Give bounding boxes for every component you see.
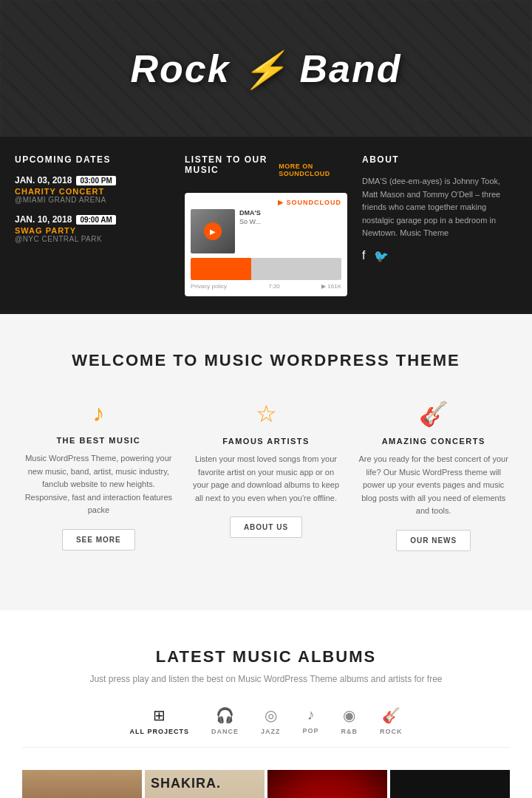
twitter-icon[interactable]: 🐦 [374,249,389,263]
event-date-row-2: JAN. 10, 2018 09:00 AM [15,214,170,225]
sc-artist: DMA'S [239,209,341,216]
pop-icon: ♪ [307,706,314,723]
filter-tab-dance-label: DANCE [211,728,239,735]
event-date-1: JAN. 03, 2018 [15,175,72,185]
album-card-run[interactable]: RUNBOYRUN ✕ [390,770,510,798]
filter-tab-pop[interactable]: ♪ POP [302,706,318,735]
dance-icon: 🎧 [216,706,234,724]
shakira-title-text: SHAKIRA. [151,776,221,791]
lightning-icon: ⚡ [242,50,299,89]
about-col: ABOUT DMA'S (dee-em-ayes) is Johnny Took… [362,154,517,296]
event-name-1: CHARITY CONCERT [15,187,170,196]
feature-title-concerts: AMAZING CONCERTS [382,437,485,446]
sc-header: ▶ SOUNDCLOUD [191,199,341,206]
filter-tab-dance[interactable]: 🎧 DANCE [211,706,239,735]
about-us-button[interactable]: ABOUT US [230,516,302,538]
jazz-icon: ◎ [265,706,277,724]
feature-text-artists: Listen your most loved songs from your f… [190,453,343,505]
all-projects-icon: ⊞ [153,706,166,724]
albums-subtitle: Just press play and listen the best on M… [22,674,510,684]
event-time-badge-2: 09:00 AM [76,215,116,225]
run-design: RUNBOYRUN ✕ [390,770,510,798]
event-item-1: JAN. 03, 2018 03:00 PM CHARITY CONCERT @… [15,175,170,204]
more-soundcloud-link[interactable]: MORE ON SOUNDCLOUD [279,163,347,177]
filter-tab-all[interactable]: ⊞ ALL PROJECTS [130,706,189,735]
album-card-adele[interactable]: ADELE 25 [22,770,142,798]
sc-content: ▶ DMA'S So W... [191,209,341,253]
filter-tab-pop-label: POP [302,727,318,734]
filter-tab-jazz[interactable]: ◎ JAZZ [261,706,281,735]
soundcloud-embed: ▶ SOUNDCLOUD ▶ DMA'S So W... Privacy pol… [185,193,347,296]
filter-tab-jazz-label: JAZZ [261,728,281,735]
sc-play-button[interactable]: ▶ [204,222,222,240]
sc-duration: 7:20 [268,283,280,290]
welcome-title: WELCOME TO MUSIC WORDPRESS THEME [22,351,510,370]
event-venue-2: @NYC CENTRAL PARK [15,235,170,243]
hero-title: Rock ⚡ Band [131,47,402,91]
feature-title-music: THE BEST MUSIC [56,436,140,445]
v-design: V [267,770,387,798]
album-card-shakira[interactable]: SHAKIRA. [145,770,265,798]
feature-text-music: Music WordPress Theme, powering your new… [22,452,175,517]
sc-plays: ▶ 161K [321,283,341,290]
event-time-badge-1: 03:00 PM [76,176,115,185]
event-date-2: JAN. 10, 2018 [15,214,72,225]
info-row: UPCOMING DATES JAN. 03, 2018 03:00 PM CH… [0,137,532,314]
albums-section: LATEST MUSIC ALBUMS Just press play and … [0,610,532,798]
our-news-button[interactable]: OUR NEWS [396,530,471,551]
filter-tab-all-label: ALL PROJECTS [130,728,189,735]
filter-tab-rnb-label: R&B [341,728,358,735]
welcome-section: WELCOME TO MUSIC WORDPRESS THEME ♪ THE B… [0,314,532,610]
album-grid: ADELE 25 SHAKIRA. V RUNBOYRUN ✕ [22,770,510,798]
feature-text-concerts: Are you ready for the best concert of yo… [357,453,510,518]
about-text: DMA'S (dee-em-ayes) is Johnny Took, Matt… [362,175,517,240]
rock-icon: 🎸 [382,706,400,724]
sc-footer: Privacy policy 7:20 ▶ 161K [191,283,341,290]
sc-track: So W... [239,218,341,225]
event-item-2: JAN. 10, 2018 09:00 AM SWAG PARTY @NYC C… [15,214,170,243]
feature-title-artists: FAMOUS ARTISTS [222,437,310,446]
see-more-button[interactable]: SEE MORE [62,529,135,550]
sc-waveform-bars [191,258,341,280]
about-title: ABOUT [362,154,517,165]
features-row: ♪ THE BEST MUSIC Music WordPress Theme, … [22,400,510,551]
sc-waveform[interactable] [191,258,341,280]
sc-privacy: Privacy policy [191,283,227,290]
social-icons: f 🐦 [362,249,517,263]
soundcloud-logo: ▶ SOUNDCLOUD [278,199,341,206]
star-icon: ☆ [256,400,277,428]
guitar-icon: 🎸 [419,400,449,428]
rnb-icon: ◉ [343,706,355,724]
album-card-v[interactable]: V [267,770,387,798]
feature-col-music: ♪ THE BEST MUSIC Music WordPress Theme, … [22,400,175,551]
hero-section: Rock ⚡ Band [0,0,532,137]
listen-header: LISTEN TO OUR MUSIC MORE ON SOUNDCLOUD [185,154,347,185]
music-icon: ♪ [92,400,104,427]
sc-info: DMA'S So W... [239,209,341,253]
upcoming-dates-col: UPCOMING DATES JAN. 03, 2018 03:00 PM CH… [15,154,170,296]
event-name-2: SWAG PARTY [15,226,170,235]
adele-face [22,770,142,798]
listen-title: LISTEN TO OUR MUSIC [185,154,279,175]
filter-tab-rnb[interactable]: ◉ R&B [341,706,358,735]
sc-thumbnail: ▶ [191,209,235,253]
event-venue-1: @MIAMI GRAND ARENA [15,196,170,204]
facebook-icon[interactable]: f [362,249,365,263]
feature-col-artists: ☆ FAMOUS ARTISTS Listen your most loved … [190,400,343,551]
albums-title: LATEST MUSIC ALBUMS [22,647,510,666]
upcoming-dates-title: UPCOMING DATES [15,154,170,165]
hero-title-rock: Rock [131,47,231,90]
filter-tab-rock[interactable]: 🎸 ROCK [380,706,403,735]
event-date-row-1: JAN. 03, 2018 03:00 PM [15,175,170,185]
filter-tab-rock-label: ROCK [380,728,403,735]
listen-col: LISTEN TO OUR MUSIC MORE ON SOUNDCLOUD ▶… [185,154,347,296]
filter-tabs: ⊞ ALL PROJECTS 🎧 DANCE ◎ JAZZ ♪ POP ◉ R&… [22,706,510,748]
feature-col-concerts: 🎸 AMAZING CONCERTS Are you ready for the… [357,400,510,551]
hero-title-band: Band [299,47,401,90]
